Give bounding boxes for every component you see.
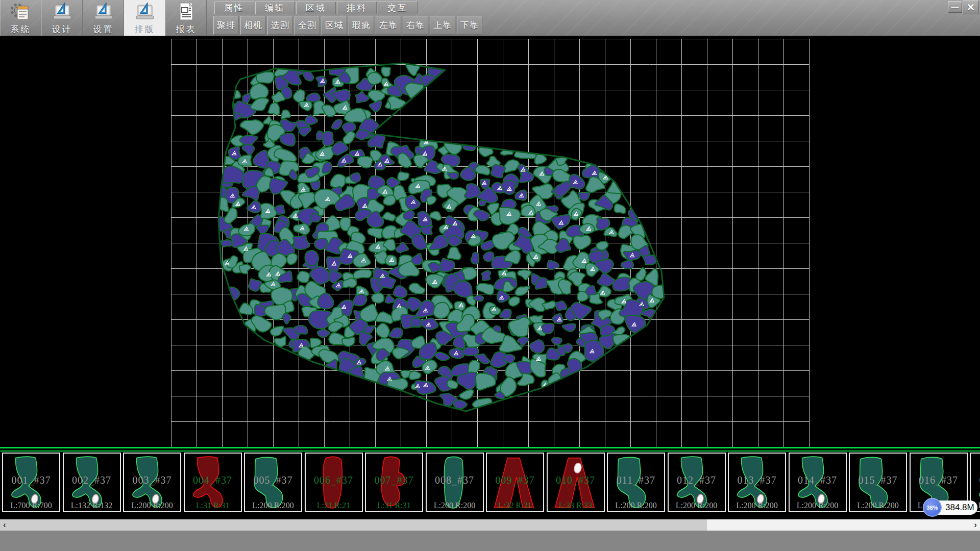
tool-button[interactable]: 左靠 [376,16,401,35]
strip-separator [0,447,980,452]
system-icon [10,2,32,22]
menu-button[interactable]: 编辑 [255,2,295,14]
nesting-icon [134,2,156,22]
scroll-left-icon[interactable]: ‹ [3,519,6,531]
tool-button[interactable]: 全割 [295,16,320,35]
part-lr-count: L:200 R:200 [608,501,664,510]
part-lr-count: L:200 R:200 [850,501,906,510]
part-label: 003_#37 [124,474,180,486]
part-lr-count: L:200 R:200 [427,501,483,510]
tool-button[interactable]: 相机 [240,16,266,35]
part-label: 016_#37 [911,474,967,486]
horizontal-scrollbar[interactable]: ‹ › [0,519,980,531]
part-thumbnail[interactable]: 014_#37L:200 R:200 [789,453,847,512]
tab-label: 设置 [93,23,114,35]
memory-status-pill: 38% 384.8M [924,500,977,515]
part-lr-count: L:700 R:700 [3,501,59,510]
scrollbar-thumb[interactable] [0,519,707,531]
menu-button[interactable]: 排料 [337,2,377,14]
part-lr-count: L:200 R:200 [790,501,846,510]
part-thumbnail[interactable]: 009_#37L:32 R:31 [486,453,544,512]
memory-usage-text: 384.8M [945,503,974,513]
part-label: 010_#37 [548,474,604,486]
part-thumbnail[interactable]: 002_#37L:132 R:132 [63,453,121,512]
nesting-workspace-canvas[interactable] [0,36,980,447]
part-label: 004_#37 [185,474,241,486]
tool-button[interactable]: 瑕疵 [349,16,374,35]
part-lr-count: L:31 R:31 [185,501,241,510]
part-label: 017_#37 [971,474,980,486]
part-label: 014_#37 [790,474,846,486]
progress-circle-badge: 38% [923,498,942,517]
design-icon [52,2,73,22]
part-lr-count: L:32 R:31 [487,501,543,510]
part-thumbnail[interactable]: 003_#37L:200 R:200 [123,453,181,512]
part-label: 015_#37 [850,474,906,486]
part-lr-count: L:200 R:200 [245,501,301,510]
part-lr-count: L:33 R:33 [548,501,604,510]
part-thumbnail[interactable]: 012_#37L:200 R:200 [668,453,726,512]
part-thumbnail[interactable]: 007_#37L:31 R:31 [365,453,423,512]
close-button[interactable]: ✕ [963,1,979,14]
part-lr-count: L:200 R:200 [669,501,725,510]
menu-button[interactable]: 属性 [214,2,254,14]
tool-button[interactable]: 下靠 [457,16,482,35]
part-label: 009_#37 [487,474,543,486]
part-thumbnail[interactable]: 013_#37L:200 R:200 [728,453,786,512]
part-thumbnail[interactable]: 006_#37L:21 R:21 [305,453,363,512]
tab-design[interactable]: 设计 [41,0,83,36]
tab-settings[interactable]: 设置 [83,0,124,36]
part-label: 005_#37 [245,474,301,486]
part-thumbnail[interactable]: 001_#37L:700 R:700 [2,453,60,512]
parts-thumbnail-strip: 001_#37L:700 R:700002_#37L:132 R:132003_… [0,452,980,519]
part-lr-count: L:200 R:200 [729,501,785,510]
part-lr-count: L:132 R:132 [64,501,120,510]
part-lr-count: L:21 R:21 [306,501,362,510]
part-thumbnail[interactable]: 015_#37L:200 R:200 [849,453,907,512]
tab-nesting[interactable]: 排版 [124,0,165,36]
part-thumbnail[interactable]: 011_#37L:200 R:200 [607,453,665,512]
tool-button[interactable]: 聚排 [213,16,239,35]
settings-icon [93,2,114,22]
part-label: 008_#37 [427,474,483,486]
tab-label: 排版 [135,23,155,35]
tab-system[interactable]: 系统 [0,0,41,36]
part-thumbnail[interactable]: 005_#37L:200 R:200 [244,453,302,512]
status-bar [0,531,980,551]
part-label: 002_#37 [64,474,120,486]
part-thumbnail[interactable]: 010_#37L:33 R:33 [547,453,605,512]
tab-label: 设计 [52,23,72,35]
part-label: 006_#37 [306,474,362,486]
tool-button[interactable]: 右靠 [403,16,428,35]
part-lr-count: L:200 R:200 [124,501,180,510]
tab-label: 报表 [176,23,197,35]
tool-button[interactable]: 选割 [267,16,293,35]
menu-button[interactable]: 区域 [296,2,336,14]
part-thumbnail[interactable]: 008_#37L:200 R:200 [426,453,484,512]
tab-report[interactable]: 报表 [165,0,207,36]
part-label: 007_#37 [366,474,422,486]
main-toolbar: 系统设计设置排版报表 属性编辑区域排料交互 聚排相机选割全割区域瑕疵左靠右靠上靠… [0,0,980,36]
part-label: 011_#37 [608,474,664,486]
scroll-right-icon[interactable]: › [974,519,977,531]
tab-label: 系统 [11,23,31,35]
menu-button[interactable]: 交互 [378,2,418,14]
part-label: 001_#37 [3,474,59,486]
part-thumbnail[interactable]: 004_#37L:31 R:31 [184,453,242,512]
part-label: 013_#37 [729,474,785,486]
tool-button[interactable]: 上靠 [430,16,455,35]
part-label: 012_#37 [669,474,725,486]
tool-button[interactable]: 区域 [322,16,347,35]
minimize-button[interactable]: — [948,1,962,13]
part-lr-count: L:31 R:31 [366,501,422,510]
report-icon [176,2,197,22]
